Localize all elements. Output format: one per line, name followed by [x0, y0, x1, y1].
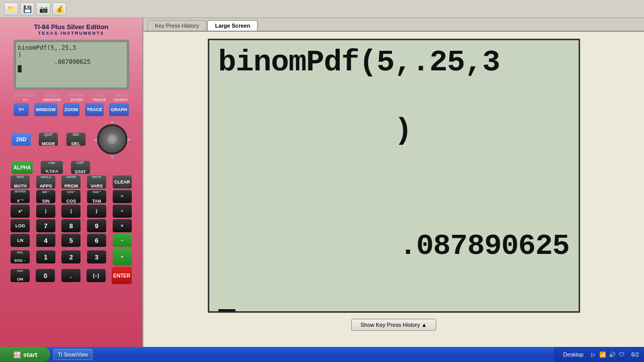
btn-enter[interactable]: ENTER: [112, 267, 132, 284]
btn-zoom[interactable]: ZOOM: [63, 103, 79, 116]
taskbar-items: TI SmartView: [50, 349, 96, 360]
taskbar-clock: 6/2: [627, 351, 639, 357]
btn-comma[interactable]: }: [87, 205, 106, 218]
tab-bar: Key Press History Large Screen: [143, 18, 644, 32]
large-screen-cursor: [218, 309, 235, 313]
taskbar-tray: Desktop ▷ 📶 🔊 🛡 6/2: [554, 347, 644, 362]
btn-4[interactable]: 4: [36, 234, 55, 247]
btn-7[interactable]: 7: [36, 219, 55, 232]
btn-5[interactable]: 5: [61, 234, 80, 247]
tray-icon-1[interactable]: ▷: [589, 350, 597, 358]
calc-screen-line3: .087890625: [18, 58, 125, 65]
btn-clear[interactable]: CLEAR: [113, 175, 132, 189]
calc-screen: binomPdf(5,.25,3 ) .087890625 █: [16, 42, 127, 87]
show-key-press-history-button[interactable]: Show Key Press History ▲: [351, 319, 437, 331]
btn-xsquared[interactable]: x²: [11, 205, 30, 218]
btn-xthetaN[interactable]: LINKX,T,θ,n: [41, 161, 63, 174]
btn-multiply[interactable]: ×: [113, 219, 132, 232]
btn-vars[interactable]: DISTRVARS: [87, 175, 106, 189]
btn-2nd[interactable]: 2ND: [12, 133, 31, 146]
btn-math[interactable]: TESTMATH: [11, 175, 30, 189]
btn-y=[interactable]: Y=: [14, 103, 29, 116]
large-screen-result: .087890625: [218, 197, 570, 295]
tab-key-press-history[interactable]: Key Press History: [147, 20, 206, 31]
tab-large-screen[interactable]: Large Screen: [207, 20, 258, 31]
calc-row-2: ALPHA LINKX,T,θ,n LISTSTAT: [9, 161, 134, 174]
large-screen-line2: ): [218, 79, 570, 182]
btn-plus[interactable]: +: [113, 248, 132, 265]
toolbar-icon-1[interactable]: 📁: [4, 3, 18, 16]
calc-row-9: OFFON 0 . (−) ENTER: [9, 267, 134, 284]
calc-row-6: LOG 7 8 9 ×: [9, 219, 134, 232]
btn-ln[interactable]: LN: [11, 234, 30, 247]
btn-alpha[interactable]: ALPHA: [12, 161, 33, 174]
nav-circle[interactable]: [97, 124, 127, 154]
top-toolbar: 📁 💾 📷 💰: [0, 0, 644, 18]
toolbar-icon-3[interactable]: 📷: [36, 3, 50, 16]
btn-graph[interactable]: GRAPH: [109, 103, 129, 116]
btn-8[interactable]: 8: [61, 219, 80, 232]
btn-decimal[interactable]: .: [61, 269, 80, 282]
btn-del[interactable]: INSDEL: [66, 133, 86, 146]
calc-screen-outer: binomPdf(5,.25,3 ) .087890625 █: [14, 40, 129, 90]
calc-row-1: 2ND QUITMODE INSDEL ▲ ◀ ▶ ▼: [9, 119, 134, 159]
desktop-button[interactable]: Desktop: [559, 351, 587, 357]
calc-screen-line1: binomPdf(5,.25,3: [18, 44, 125, 51]
calc-row-8: RCLSTO→ 1 2 3 +: [9, 248, 134, 265]
screen-area: binomPdf(5,.25,3 ) .087890625 Show Key P…: [143, 32, 644, 347]
btn-close-paren[interactable]: ): [36, 205, 55, 218]
btn-on[interactable]: OFFON: [11, 269, 30, 282]
btn-9[interactable]: 9: [87, 219, 106, 232]
taskbar-app-btn[interactable]: TI SmartView: [53, 349, 93, 360]
btn-2[interactable]: 2: [61, 250, 80, 263]
btn-prgm[interactable]: DRAWPRGM: [61, 175, 80, 189]
nav-center-btn[interactable]: [107, 134, 117, 144]
btn-6[interactable]: 6: [87, 234, 106, 247]
btn-1[interactable]: 1: [36, 250, 55, 263]
tray-icon-security[interactable]: 🛡: [618, 350, 626, 358]
app-container: TI-84 Plus Silver Edition TEXAS INSTRUME…: [0, 18, 644, 347]
calc-screen-cursor: █: [18, 65, 125, 72]
toolbar-icon-2[interactable]: 💾: [20, 3, 34, 16]
btn-trace[interactable]: TRACE: [85, 103, 104, 116]
btn-mode[interactable]: QUITMODE: [39, 133, 58, 146]
btn-tan[interactable]: TAN⁻¹TAN: [87, 190, 106, 203]
btn-log[interactable]: LOG: [11, 219, 30, 232]
calc-row-4: MATRIXx⁻¹ SIN⁻¹SIN COS⁻¹COS TAN⁻¹TAN ^: [9, 190, 134, 203]
large-calculator-screen: binomPdf(5,.25,3 ) .087890625: [208, 39, 580, 313]
btn-3[interactable]: 3: [87, 250, 106, 263]
calc-model: TI-84 Plus Silver Edition TEXAS INSTRUME…: [34, 23, 108, 36]
calc-row-7: LN 4 5 6 −: [9, 234, 134, 247]
btn-negate[interactable]: (−): [87, 269, 106, 282]
btn-cos[interactable]: COS⁻¹COS: [61, 190, 80, 203]
btn-open-paren[interactable]: (: [61, 205, 80, 218]
btn-divide[interactable]: ÷: [113, 205, 132, 218]
main-panel: Key Press History Large Screen binomPdf(…: [143, 18, 644, 347]
calc-row-5: x² ) ( } ÷: [9, 205, 134, 218]
large-screen-line1: binomPdf(5,.25,3: [218, 45, 570, 79]
taskbar: 🪟 start TI SmartView Desktop ▷ 📶 🔊 🛡 6/2: [0, 347, 644, 362]
tray-icon-network[interactable]: 📶: [599, 350, 607, 358]
calculator-panel: TI-84 Plus Silver Edition TEXAS INSTRUME…: [0, 18, 143, 347]
toolbar-icon-4[interactable]: 💰: [52, 3, 66, 16]
btn-window[interactable]: WINDOW: [34, 103, 57, 116]
tray-icon-speaker[interactable]: 🔊: [608, 350, 616, 358]
btn-power[interactable]: ^: [113, 190, 132, 203]
calc-row-3: TESTMATH ANGLEAPPS DRAWPRGM DISTRVARS CL…: [9, 175, 134, 189]
btn-minus[interactable]: −: [113, 234, 132, 247]
btn-stat[interactable]: LISTSTAT: [71, 161, 90, 174]
btn-apps[interactable]: ANGLEAPPS: [36, 175, 55, 189]
calc-screen-line2: ): [18, 51, 125, 58]
btn-0[interactable]: 0: [36, 269, 55, 282]
start-button[interactable]: 🪟 start: [0, 347, 50, 362]
btn-sto[interactable]: RCLSTO→: [11, 250, 30, 263]
btn-xinverse[interactable]: MATRIXx⁻¹: [11, 190, 30, 203]
calc-button-area: 2ND QUITMODE INSDEL ▲ ◀ ▶ ▼: [9, 119, 134, 284]
btn-sin[interactable]: SIN⁻¹SIN: [36, 190, 55, 203]
